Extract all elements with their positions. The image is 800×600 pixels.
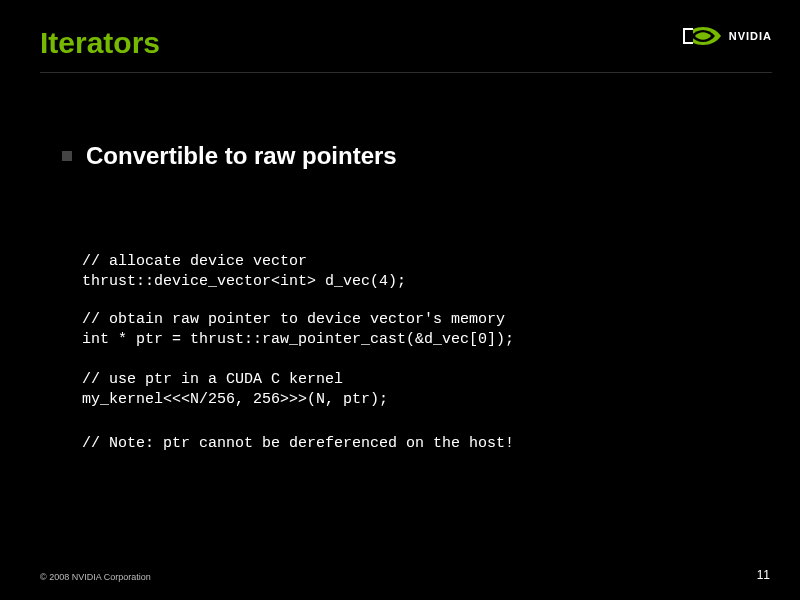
code-block-4: // Note: ptr cannot be dereferenced on t…: [82, 434, 514, 454]
page-number: 11: [757, 568, 770, 582]
nvidia-eye-icon: [683, 22, 723, 50]
nvidia-logo: NVIDIA: [683, 22, 772, 50]
code-line: my_kernel<<<N/256, 256>>>(N, ptr);: [82, 391, 388, 408]
code-block-2: // obtain raw pointer to device vector's…: [82, 310, 514, 351]
nvidia-logo-text: NVIDIA: [729, 30, 772, 42]
slide: Iterators NVIDIA Convertible to raw poin…: [0, 0, 800, 600]
bullet-icon: [62, 151, 72, 161]
code-line: int * ptr = thrust::raw_pointer_cast(&d_…: [82, 331, 514, 348]
svg-rect-1: [685, 30, 693, 42]
code-block-1: // allocate device vector thrust::device…: [82, 252, 406, 293]
code-comment: // allocate device vector: [82, 253, 307, 270]
slide-title: Iterators: [40, 26, 160, 60]
code-block-3: // use ptr in a CUDA C kernel my_kernel<…: [82, 370, 388, 411]
subtitle-row: Convertible to raw pointers: [62, 142, 397, 170]
code-comment: // Note: ptr cannot be dereferenced on t…: [82, 435, 514, 452]
code-comment: // use ptr in a CUDA C kernel: [82, 371, 343, 388]
divider: [40, 72, 772, 73]
code-line: thrust::device_vector<int> d_vec(4);: [82, 273, 406, 290]
subtitle: Convertible to raw pointers: [86, 142, 397, 170]
code-comment: // obtain raw pointer to device vector's…: [82, 311, 505, 328]
copyright: © 2008 NVIDIA Corporation: [40, 572, 151, 582]
